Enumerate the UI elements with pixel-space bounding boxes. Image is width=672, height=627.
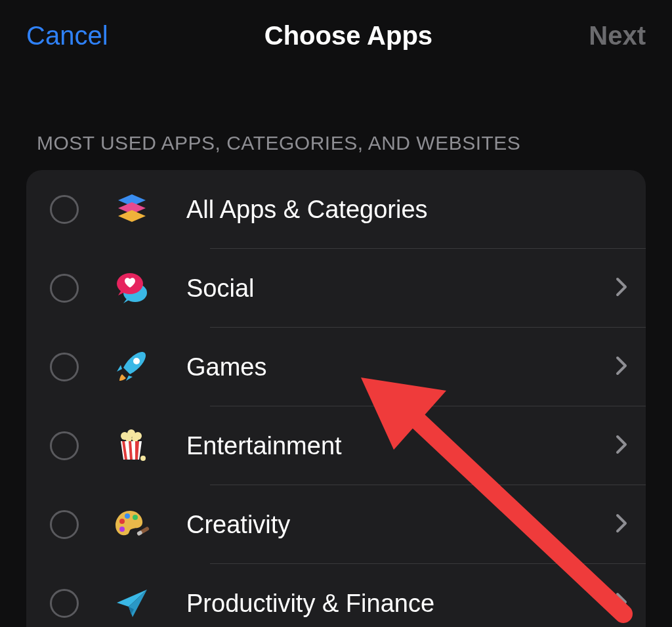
category-list: All Apps & Categories Social — [26, 170, 646, 627]
row-creativity[interactable]: Creativity — [26, 485, 646, 564]
row-productivity-finance[interactable]: Productivity & Finance — [26, 564, 646, 627]
chevron-right-icon — [616, 592, 627, 615]
section-header: MOST USED APPS, CATEGORIES, AND WEBSITES — [37, 132, 635, 154]
svg-point-10 — [125, 513, 130, 519]
svg-point-2 — [133, 358, 140, 364]
palette-icon — [109, 502, 155, 548]
radio-unchecked[interactable] — [50, 510, 79, 539]
radio-unchecked[interactable] — [50, 274, 79, 303]
svg-point-7 — [132, 435, 138, 442]
cancel-button[interactable]: Cancel — [26, 21, 108, 51]
social-icon — [109, 265, 155, 311]
radio-unchecked[interactable] — [50, 353, 79, 381]
radio-unchecked[interactable] — [50, 589, 79, 618]
chevron-right-icon — [616, 277, 627, 299]
row-entertainment[interactable]: Entertainment — [26, 406, 646, 485]
row-label: Productivity & Finance — [186, 590, 608, 618]
chevron-right-icon — [616, 435, 627, 457]
row-social[interactable]: Social — [26, 249, 646, 328]
next-button[interactable]: Next — [589, 21, 646, 51]
chevron-right-icon — [616, 356, 627, 378]
paperplane-icon — [109, 580, 155, 626]
row-label: Games — [186, 353, 608, 381]
svg-point-9 — [119, 519, 125, 524]
row-label: Creativity — [186, 511, 608, 539]
radio-unchecked[interactable] — [50, 431, 79, 460]
row-label: Social — [186, 274, 608, 303]
stack-icon — [109, 186, 155, 232]
rocket-icon — [109, 344, 155, 390]
chevron-right-icon — [616, 513, 627, 536]
row-all-apps[interactable]: All Apps & Categories — [26, 170, 646, 249]
row-label: Entertainment — [186, 432, 608, 460]
svg-point-11 — [133, 515, 138, 520]
svg-point-12 — [119, 527, 125, 532]
svg-point-6 — [125, 435, 132, 442]
svg-point-8 — [140, 456, 146, 461]
modal-header: Cancel Choose Apps Next — [0, 0, 672, 66]
modal-title: Choose Apps — [108, 21, 589, 51]
radio-unchecked[interactable] — [50, 195, 79, 224]
row-games[interactable]: Games — [26, 328, 646, 406]
popcorn-icon — [109, 423, 155, 469]
row-label: All Apps & Categories — [186, 196, 627, 224]
